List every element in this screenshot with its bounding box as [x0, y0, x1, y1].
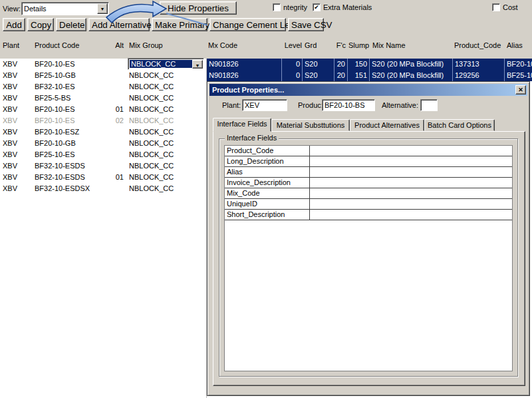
view-dropdown[interactable]: Details ▼	[21, 2, 109, 15]
property-row[interactable]: UniqueID	[225, 199, 512, 210]
interface-fields-table[interactable]: Product_Code Long_Description Alias Invo…	[224, 145, 513, 371]
table-row[interactable]: XBV BF20-10-ESZ NBLOCK_CC	[0, 126, 206, 138]
table-row[interactable]: XBV BF25-10-ES NBLOCK_CC	[0, 149, 206, 160]
cell-grd: S20	[303, 59, 334, 70]
alternative-field[interactable]	[420, 99, 438, 111]
cell-product-code: BF32-10-ESDS	[35, 173, 85, 181]
cell-mix-group: NBLOCK_CC	[129, 128, 174, 136]
checkbox-box[interactable]	[273, 3, 281, 11]
hide-properties-button[interactable]: Hide Properties	[160, 1, 237, 15]
property-row[interactable]: Product_Code	[225, 146, 512, 156]
copy-button[interactable]: Copy	[27, 18, 54, 31]
col-header-product-code2[interactable]: Product_Code	[454, 41, 501, 50]
selected-detail-row[interactable]: N901826 0 S20 20 151 S20 (20 MPa Blockfi…	[207, 70, 532, 81]
property-name: Invoice_Description	[225, 178, 310, 188]
cell-mix-group: NBLOCK_CC	[129, 71, 174, 79]
view-label: View:	[3, 5, 21, 13]
cell-mix-group: NBLOCK_CC	[129, 139, 174, 147]
property-name: Mix_Code	[225, 188, 310, 199]
cell-mx-code: N901826	[207, 70, 282, 81]
cell-plant: XBV	[3, 128, 17, 136]
property-row[interactable]: Short_Description	[225, 210, 512, 220]
cell-product-code: BF20-10-ES	[35, 60, 75, 68]
property-row[interactable]: Long_Description	[225, 156, 512, 167]
cost-checkbox[interactable]: Cost	[492, 3, 518, 11]
app-window: { "toolbar": { "view_label": "View:", "v…	[0, 0, 532, 398]
table-row[interactable]: XBV BF20-10-ES 02 NBLOCK_CC	[0, 115, 206, 126]
tab-interface-fields[interactable]: Interface Fields	[213, 118, 271, 132]
table-row[interactable]: XBV BF32-10-ES NBLOCK_CC	[0, 81, 206, 93]
col-header-alt[interactable]: Alt	[110, 41, 124, 50]
cost-checkbox-label: Cost	[503, 3, 518, 11]
table-row[interactable]: XBV BF20-10-ES 01 NBLOCK_CC	[0, 104, 206, 115]
dialog-titlebar[interactable]: Product Properties... ✕	[209, 84, 527, 96]
table-row[interactable]: XBV BF25-5-BS NBLOCK_CC	[0, 93, 206, 104]
extra-materials-checkbox[interactable]: ✔ Extra Materials	[313, 3, 372, 11]
selected-detail-row[interactable]: N901826 0 S20 20 150 S20 (20 MPa Blockfi…	[207, 59, 532, 70]
table-row[interactable]: XBV BF25-10-GB NBLOCK_CC	[0, 70, 206, 81]
change-cement-level-button[interactable]: Change Cement Level	[209, 18, 286, 31]
groupbox-label: Interface Fields	[225, 134, 279, 142]
cell-mix-group: NBLOCK_CC	[129, 150, 174, 158]
property-name: UniqueID	[225, 199, 310, 210]
tab-panel: Interface Fields Product_Code Long_Descr…	[213, 131, 525, 386]
mix-group-dropdown-value: NBLOCK_CC	[130, 60, 192, 68]
property-name: Alias	[225, 167, 310, 178]
plant-field[interactable]: XEV	[242, 99, 287, 111]
product-field[interactable]: BF20-10-BS	[322, 99, 375, 111]
close-icon[interactable]: ✕	[515, 85, 526, 95]
col-header-slump[interactable]: Slump	[348, 41, 369, 50]
property-value[interactable]	[310, 156, 512, 167]
cell-fc: 20	[334, 70, 348, 81]
property-value[interactable]	[310, 167, 512, 178]
cell-plant: XBV	[3, 173, 17, 181]
table-row[interactable]: XBV BF32-10-ESDS NBLOCK_CC	[0, 160, 206, 172]
cell-mix-group: NBLOCK_CC	[129, 94, 174, 102]
delete-button[interactable]: Delete	[56, 18, 86, 31]
col-header-mx-code[interactable]: Mx Code	[208, 41, 237, 50]
property-row[interactable]: Alias	[225, 167, 512, 178]
cell-plant: XBV	[3, 139, 17, 147]
property-name: Long_Description	[225, 156, 310, 167]
col-header-mix-name[interactable]: Mix Name	[372, 41, 406, 50]
property-value[interactable]	[310, 210, 512, 220]
col-header-product-code[interactable]: Product Code	[35, 41, 79, 50]
property-value[interactable]	[310, 188, 512, 199]
table-row[interactable]: XBV BF20-10-ES NBLOCK_CC ▼	[0, 59, 206, 70]
tab-batch-card-options[interactable]: Batch Card Options	[424, 119, 495, 131]
cell-plant: XBV	[3, 71, 17, 79]
tab-product-alternatives[interactable]: Product Alternatives	[350, 119, 424, 131]
col-header-grd[interactable]: Grd	[305, 41, 317, 50]
make-primary-button[interactable]: Make Primary	[152, 18, 207, 31]
col-header-level[interactable]: Level	[279, 41, 302, 50]
col-header-fc[interactable]: F'c	[329, 41, 346, 50]
col-header-mix-group[interactable]: Mix Group	[129, 41, 163, 50]
save-csv-button[interactable]: Save CSV	[288, 18, 324, 31]
checkbox-box[interactable]: ✔	[313, 3, 321, 11]
dialog-title: Product Properties...	[212, 86, 284, 94]
chevron-down-icon[interactable]: ▼	[97, 3, 108, 14]
property-value[interactable]	[310, 199, 512, 210]
integrity-checkbox[interactable]: ntegrity	[273, 3, 307, 11]
cell-mix-group: NBLOCK_CC	[129, 173, 174, 181]
chevron-down-icon[interactable]: ▼	[192, 60, 203, 69]
mix-group-dropdown[interactable]: NBLOCK_CC ▼	[128, 58, 204, 70]
interface-fields-groupbox: Interface Fields Product_Code Long_Descr…	[219, 138, 518, 377]
property-row[interactable]: Invoice_Description	[225, 178, 512, 188]
cell-plant: XBV	[3, 116, 17, 124]
table-row[interactable]: XBV BF32-10-ESDSX NBLOCK_CC	[0, 183, 206, 194]
col-header-alias[interactable]: Alias	[507, 41, 523, 50]
col-header-plant[interactable]: Plant	[3, 41, 19, 50]
table-row[interactable]: XBV BF20-10-GB NBLOCK_CC	[0, 138, 206, 149]
table-row[interactable]: XBV BF32-10-ESDS 01 NBLOCK_CC	[0, 172, 206, 183]
add-alternative-button[interactable]: Add Alternative	[88, 18, 150, 31]
cell-mix-group: NBLOCK_CC	[129, 105, 174, 113]
property-value[interactable]	[310, 178, 512, 188]
checkbox-box[interactable]	[492, 3, 500, 11]
add-button[interactable]: Add	[3, 18, 25, 31]
cell-product-code: BF20-10-ES	[35, 116, 75, 124]
tab-material-substitutions[interactable]: Material Substtutions	[271, 119, 350, 131]
property-value[interactable]	[310, 146, 512, 156]
plant-label: Plant:	[222, 101, 241, 109]
property-row[interactable]: Mix_Code	[225, 188, 512, 199]
